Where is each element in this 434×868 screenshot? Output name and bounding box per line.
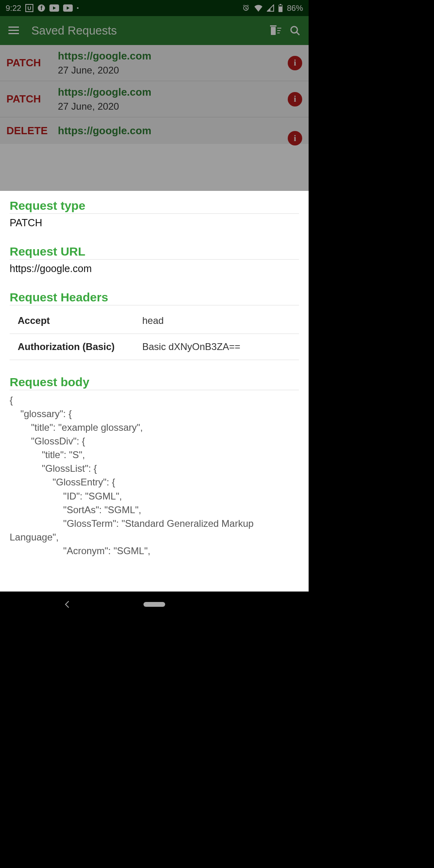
facebook-icon: f <box>37 4 45 12</box>
section-title-headers: Request Headers <box>10 291 299 305</box>
svg-rect-14 <box>271 27 276 35</box>
svg-rect-8 <box>280 4 281 5</box>
request-url: https://google.com <box>58 50 288 62</box>
header-key: Authorization (Basic) <box>10 341 142 352</box>
svg-rect-18 <box>277 30 280 31</box>
search-icon <box>290 25 300 36</box>
request-method: PATCH <box>6 57 58 69</box>
saved-request-row[interactable]: PATCH https://google.com 27 June, 2020 i <box>0 81 309 117</box>
info-icon[interactable]: i <box>288 92 302 106</box>
svg-text:U: U <box>27 5 31 11</box>
header-value: head <box>142 315 299 326</box>
request-date: 27 June, 2020 <box>58 65 288 76</box>
section-title-type: Request type <box>10 199 299 214</box>
svg-rect-15 <box>270 25 276 27</box>
signal-icon <box>267 4 274 12</box>
saved-request-row[interactable]: PATCH https://google.com 27 June, 2020 i <box>0 45 309 81</box>
battery-icon <box>278 4 283 12</box>
request-url: https://google.com <box>58 125 288 137</box>
svg-rect-12 <box>8 30 19 31</box>
status-bar: 9:22 U f • <box>0 0 309 16</box>
info-icon[interactable]: i <box>288 131 302 145</box>
request-url-value: https://google.com <box>10 263 299 274</box>
header-key: Accept <box>10 315 142 326</box>
menu-button[interactable] <box>4 21 23 40</box>
clear-button[interactable] <box>266 21 285 40</box>
info-icon[interactable]: i <box>288 56 302 70</box>
status-time: 9:22 <box>6 4 21 13</box>
request-method: PATCH <box>6 93 58 105</box>
screen: 9:22 U f • <box>0 0 309 617</box>
headers-table: Accept head Authorization (Basic) Basic … <box>10 308 299 360</box>
request-body-value: { "glossary": { "title": "example glossa… <box>10 393 299 558</box>
app-bar: Saved Requests <box>0 16 309 45</box>
svg-text:f: f <box>41 5 43 11</box>
system-nav-bar <box>0 592 309 617</box>
wifi-icon <box>254 4 263 12</box>
home-pill[interactable] <box>143 602 165 607</box>
header-value: Basic dXNyOnB3ZA== <box>142 341 299 352</box>
svg-rect-10 <box>279 5 282 6</box>
search-button[interactable] <box>285 21 305 40</box>
youtube-icon <box>63 4 73 12</box>
page-title: Saved Requests <box>23 24 266 37</box>
more-notifications-dot-icon: • <box>77 5 79 11</box>
svg-point-20 <box>291 27 297 33</box>
trash-list-icon <box>270 25 281 36</box>
saved-requests-list: PATCH https://google.com 27 June, 2020 i… <box>0 45 309 144</box>
header-row: Authorization (Basic) Basic dXNyOnB3ZA== <box>10 334 299 360</box>
svg-rect-17 <box>277 28 281 29</box>
request-date: 27 June, 2020 <box>58 101 288 112</box>
battery-percent: 86% <box>287 4 303 13</box>
svg-rect-11 <box>8 27 19 28</box>
request-url: https://google.com <box>58 86 288 98</box>
hamburger-icon <box>8 27 19 35</box>
saved-request-row[interactable]: DELETE https://google.com i <box>0 117 309 144</box>
youtube-icon <box>49 4 59 12</box>
chevron-left-icon <box>64 600 70 608</box>
request-type-value: PATCH <box>10 217 299 229</box>
section-title-body: Request body <box>10 375 299 390</box>
header-row: Accept head <box>10 308 299 334</box>
svg-line-21 <box>297 32 299 35</box>
svg-rect-13 <box>8 33 19 34</box>
svg-rect-19 <box>277 33 280 33</box>
section-title-url: Request URL <box>10 245 299 260</box>
back-button[interactable] <box>64 600 70 608</box>
request-method: DELETE <box>6 125 58 137</box>
alarm-icon <box>242 4 250 12</box>
u-app-icon: U <box>25 4 33 12</box>
request-details-sheet[interactable]: Request type PATCH Request URL https://g… <box>0 191 309 592</box>
